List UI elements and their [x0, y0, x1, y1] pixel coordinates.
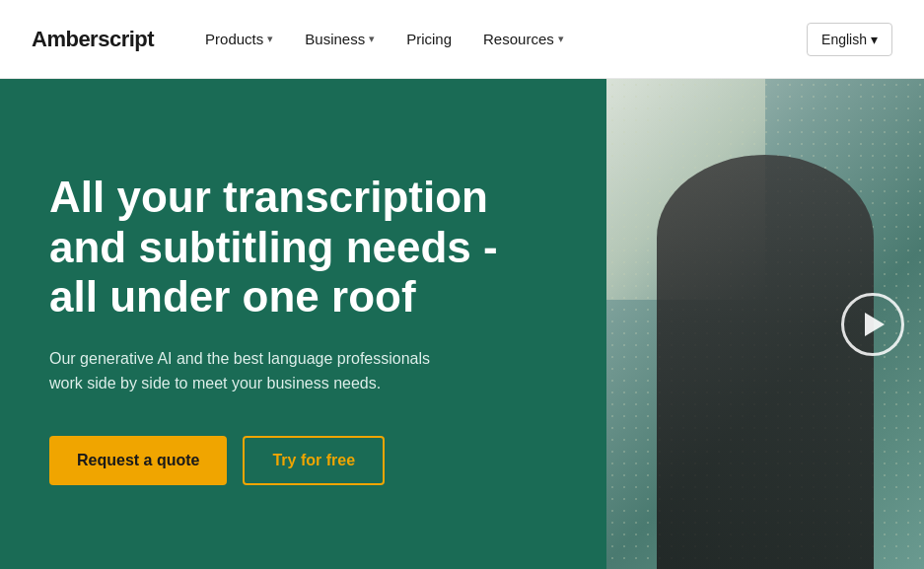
hero-left: All your transcription and subtitling ne…: [0, 79, 606, 569]
resources-label: Resources: [483, 31, 554, 47]
business-label: Business: [305, 31, 365, 47]
person-image: [657, 155, 874, 569]
play-button[interactable]: [841, 293, 904, 356]
language-label: English: [821, 32, 867, 47]
try-for-free-button[interactable]: Try for free: [243, 436, 385, 485]
play-icon: [865, 313, 885, 336]
resources-chevron-icon: ▾: [558, 33, 564, 45]
hero-section: All your transcription and subtitling ne…: [0, 79, 924, 569]
products-chevron-icon: ▾: [267, 33, 273, 45]
nav-links: Products ▾ Business ▾ Pricing Resources …: [193, 23, 807, 55]
hero-right: [606, 79, 924, 569]
pricing-label: Pricing: [406, 31, 452, 47]
navbar: Amberscript Products ▾ Business ▾ Pricin…: [0, 0, 924, 79]
nav-item-products[interactable]: Products ▾: [193, 23, 285, 55]
nav-item-business[interactable]: Business ▾: [293, 23, 387, 55]
business-chevron-icon: ▾: [369, 33, 375, 45]
nav-item-resources[interactable]: Resources ▾: [471, 23, 576, 55]
hero-image: [606, 79, 924, 569]
products-label: Products: [205, 31, 263, 47]
logo[interactable]: Amberscript: [32, 27, 154, 52]
language-selector[interactable]: English ▾: [807, 23, 892, 56]
request-quote-button[interactable]: Request a quote: [49, 436, 227, 485]
hero-buttons: Request a quote Try for free: [49, 436, 557, 485]
hero-headline: All your transcription and subtitling ne…: [49, 173, 557, 322]
hero-subtext: Our generative AI and the best language …: [49, 346, 444, 396]
language-chevron-icon: ▾: [871, 32, 878, 47]
nav-right: English ▾: [807, 23, 892, 56]
nav-item-pricing[interactable]: Pricing: [394, 23, 463, 55]
